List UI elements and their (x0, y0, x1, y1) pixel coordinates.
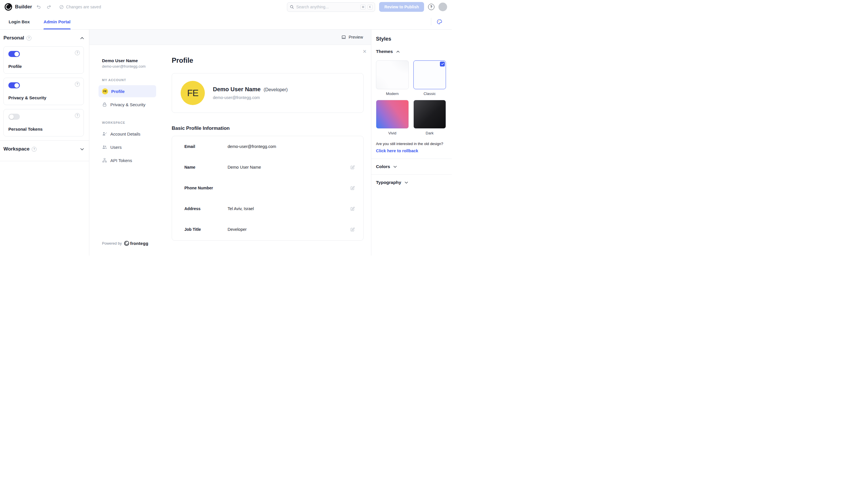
sidebar-divider (0, 161, 89, 161)
saved-icon (59, 5, 64, 9)
chevron-down-icon (80, 148, 84, 150)
theme-label: Classic (413, 91, 446, 96)
chevron-up-icon (397, 51, 400, 53)
field-label: Phone Number (184, 185, 227, 190)
personal-tokens-help-icon[interactable]: ? (75, 113, 80, 118)
undo-button[interactable] (35, 3, 42, 11)
privacy-security-toggle[interactable] (8, 82, 20, 88)
builder-tabbar: Login Box Admin Portal (0, 14, 452, 30)
field-label: Name (184, 165, 227, 170)
theme-option-vivid[interactable]: Vivid (376, 100, 409, 135)
nav-item-api-tokens[interactable]: API Tokens (99, 154, 156, 166)
workspace-section-header[interactable]: Workspace ? (3, 141, 84, 157)
themes-title: Themes (376, 49, 393, 54)
page-title: Profile (172, 56, 363, 64)
field-row-email: Email demo-user@frontegg.com (172, 136, 363, 157)
feature-card-privacy-security: ? Privacy & Security (3, 78, 84, 105)
feature-card-label: Profile (8, 64, 79, 69)
app-title: Builder (15, 4, 32, 10)
theme-option-modern[interactable]: Modern (376, 60, 409, 96)
field-row-phone: Phone Number (172, 178, 363, 198)
lock-icon (102, 102, 107, 107)
feature-card-profile: ? Profile (3, 46, 84, 74)
personal-tokens-toggle[interactable] (8, 114, 20, 120)
preview-user-email: demo-user@frontegg.com (102, 64, 160, 68)
preview-nav: Demo User Name demo-user@frontegg.com MY… (89, 45, 160, 256)
close-icon[interactable]: × (363, 48, 367, 55)
theme-swatch-vivid (376, 100, 409, 128)
builder-sidebar: Personal ? ? Profile ? Privacy & Securit… (0, 30, 89, 256)
preview-user-name: Demo User Name (102, 58, 160, 63)
frontegg-brand-name: frontegg (130, 241, 148, 246)
workspace-section-title: Workspace (3, 146, 29, 152)
preview-canvas: Preview × Demo User Name demo-user@front… (89, 30, 371, 256)
profile-fields-card: Email demo-user@frontegg.com Name Demo U… (172, 136, 363, 240)
rollback-question: Are you still interested in the old desi… (376, 142, 446, 146)
app-header: Builder Changes are saved ⌘ K Review to … (0, 0, 452, 14)
field-label: Address (184, 206, 227, 211)
field-row-name: Name Demo User Name (172, 157, 363, 178)
styles-panel-title: Styles (376, 36, 446, 42)
user-avatar-initials: FE (181, 81, 205, 105)
chevron-down-icon (394, 166, 397, 168)
profile-help-icon[interactable]: ? (75, 50, 80, 55)
field-label: Email (184, 144, 227, 149)
user-summary-card: FE Demo User Name (Developer) demo-user@… (172, 73, 363, 113)
edit-icon[interactable] (349, 185, 356, 192)
help-icon[interactable]: ? (428, 4, 434, 10)
review-to-publish-button[interactable]: Review to Publish (379, 2, 424, 12)
edit-icon[interactable] (349, 226, 356, 233)
preview-toggle[interactable]: Preview (341, 34, 363, 40)
selected-check-icon (440, 62, 445, 66)
workspace-nav-section-title: WORKSPACE (102, 121, 160, 124)
personal-help-icon[interactable]: ? (27, 36, 31, 40)
chevron-up-icon (80, 37, 84, 39)
typography-accordion-header[interactable]: Typography (376, 175, 446, 190)
theme-label: Vivid (376, 131, 409, 135)
theme-swatch-dark (413, 100, 446, 128)
palette-icon[interactable] (436, 18, 443, 25)
redo-button[interactable] (45, 3, 53, 11)
feature-card-personal-tokens: ? Personal Tokens (3, 109, 84, 137)
profile-toggle[interactable] (8, 51, 20, 57)
global-search[interactable]: ⌘ K (287, 2, 375, 12)
tab-admin-portal[interactable]: Admin Portal (44, 14, 70, 29)
user-avatar[interactable] (438, 3, 447, 11)
field-label: Job Title (184, 227, 227, 232)
workspace-help-icon[interactable]: ? (32, 147, 36, 152)
edit-icon[interactable] (349, 164, 356, 171)
themes-accordion-header[interactable]: Themes (376, 44, 446, 59)
colors-accordion-header[interactable]: Colors (376, 159, 446, 174)
privacy-security-help-icon[interactable]: ? (75, 82, 80, 87)
field-value: Developer (227, 227, 349, 232)
theme-option-classic[interactable]: Classic (413, 60, 446, 96)
field-value: Demo User Name (227, 165, 349, 170)
nav-item-profile[interactable]: FE Profile (99, 85, 156, 97)
save-status-text: Changes are saved (66, 5, 101, 9)
tab-login-box[interactable]: Login Box (9, 14, 30, 29)
nav-item-privacy-security[interactable]: Privacy & Security (99, 98, 156, 111)
basic-profile-section-title: Basic Profile Information (172, 125, 363, 131)
preview-icon (341, 34, 346, 40)
save-status: Changes are saved (59, 5, 101, 9)
edit-icon[interactable] (349, 205, 356, 212)
rollback-link[interactable]: Click here to rollback (376, 148, 418, 153)
theme-label: Modern (376, 91, 409, 96)
search-input[interactable] (296, 5, 358, 9)
powered-by-text: Powered by (102, 241, 122, 246)
powered-by: Powered by frontegg (102, 241, 160, 246)
theme-option-dark[interactable]: Dark (413, 100, 446, 135)
tabbar-divider (431, 18, 431, 25)
field-value: demo-user@frontegg.com (227, 144, 356, 149)
personal-section-header[interactable]: Personal ? (3, 30, 84, 46)
frontegg-logo-icon (5, 3, 12, 11)
nav-item-account-details[interactable]: Account Details (99, 128, 156, 140)
nav-item-users[interactable]: Users (99, 141, 156, 153)
my-account-section-title: MY ACCOUNT (102, 78, 160, 82)
theme-swatch-classic (413, 60, 446, 89)
frontegg-brand-icon (124, 241, 129, 246)
users-icon (102, 144, 107, 150)
summary-user-name: Demo User Name (213, 86, 261, 92)
shortcut-k-key: K (368, 5, 373, 9)
field-value: Tel Aviv, Israel (227, 206, 349, 211)
